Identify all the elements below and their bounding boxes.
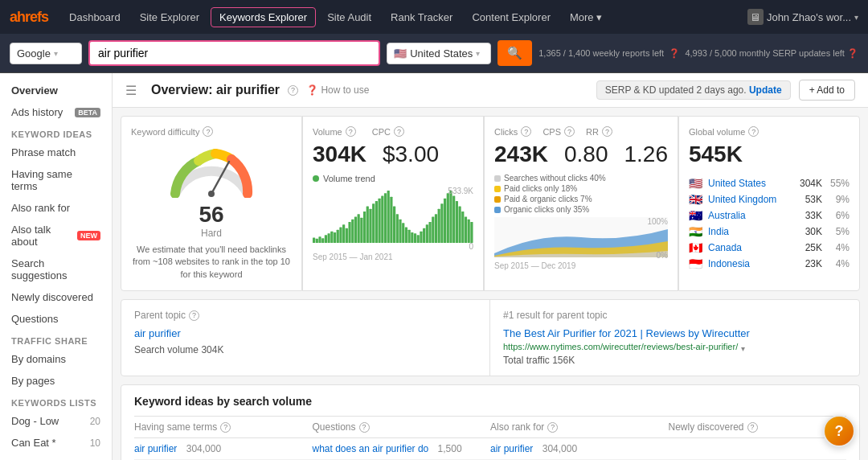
sidebar-item-search-suggestions[interactable]: Search suggestions <box>0 253 112 286</box>
parent-topic-help-icon[interactable]: ? <box>189 310 199 321</box>
parent-topic-title: Parent topic ? <box>134 310 477 321</box>
sidebar-item-by-domains[interactable]: By domains <box>0 348 112 370</box>
svg-rect-27 <box>387 191 390 243</box>
svg-rect-36 <box>414 233 416 243</box>
clicks-legend: Searches without clicks 40% Paid clicks … <box>494 174 668 214</box>
user-menu[interactable]: 🖥 John Zhao's wor... ▾ <box>747 9 858 25</box>
nav-rank-tracker[interactable]: Rank Tracker <box>383 8 461 27</box>
country-select[interactable]: 🇺🇸 United States ▾ <box>387 43 491 64</box>
cps-help-icon[interactable]: ? <box>564 126 575 137</box>
search-button[interactable]: 🔍 <box>497 40 532 66</box>
hamburger-icon[interactable]: ☰ <box>125 83 137 98</box>
ideas-link-0-1[interactable]: what does an air purifier do <box>313 443 429 454</box>
ideas-link-0-2[interactable]: air purifier <box>490 443 533 454</box>
sidebar-list-dog-low[interactable]: Dog - Low20 <box>0 410 112 432</box>
ideas-help-3[interactable]: ? <box>747 422 758 433</box>
sidebar-section-keywords-lists: Keywords lists <box>0 392 112 410</box>
sidebar: Overview Ads history BETA Keyword ideas … <box>0 73 113 460</box>
rr-help-icon[interactable]: ? <box>602 126 612 137</box>
page-title-help-icon[interactable]: ? <box>288 85 298 96</box>
ideas-help-0[interactable]: ? <box>220 422 231 433</box>
page-title: Overview: air purifier <box>151 83 280 97</box>
country-uk[interactable]: United Kingdom <box>708 194 788 205</box>
sidebar-item-overview[interactable]: Overview <box>0 80 112 101</box>
ideas-help-1[interactable]: ? <box>359 422 370 433</box>
sidebar-item-newly-discovered[interactable]: Newly discovered <box>0 286 112 308</box>
country-row-uk: 🇬🇧 United Kingdom 53K 9% <box>689 191 850 207</box>
svg-rect-29 <box>393 207 395 244</box>
nav-site-audit[interactable]: Site Audit <box>319 8 379 27</box>
svg-rect-51 <box>459 207 461 244</box>
gauge-wrap <box>131 142 292 198</box>
svg-rect-5 <box>321 238 324 243</box>
vol-dot <box>313 175 319 182</box>
ideas-help-2[interactable]: ? <box>547 422 558 433</box>
clicks-title-row: Clicks ? CPS ? RR ? <box>494 126 668 137</box>
country-au[interactable]: Australia <box>708 210 788 221</box>
engine-select[interactable]: Google ▾ <box>10 43 82 64</box>
svg-rect-38 <box>420 232 422 243</box>
svg-rect-53 <box>465 217 467 244</box>
logo: ahrefs <box>10 9 48 26</box>
svg-rect-48 <box>449 191 452 243</box>
svg-rect-7 <box>328 233 330 243</box>
gauge-label: 56 Hard <box>131 202 292 239</box>
nav-more[interactable]: More ▾ <box>562 8 610 27</box>
nav-content-explorer[interactable]: Content Explorer <box>464 8 559 27</box>
result-traffic: Total traffic 156K <box>503 355 846 366</box>
serp-status-badge: SERP & KD updated 2 days ago. Update <box>596 80 791 100</box>
clicks-date-range: Sep 2015 — Dec 2019 <box>494 261 668 270</box>
volume-legend: Volume trend <box>313 174 473 183</box>
volume-chart: 533.9K 0 <box>313 187 473 251</box>
country-in[interactable]: India <box>708 226 788 237</box>
ideas-col-header-1: Questions ? <box>313 417 491 438</box>
nav-dashboard[interactable]: Dashboard <box>61 8 129 27</box>
cpc-help-icon[interactable]: ? <box>394 126 404 137</box>
svg-rect-13 <box>346 228 348 243</box>
volume-help-icon[interactable]: ? <box>346 126 356 137</box>
svg-rect-24 <box>379 199 381 243</box>
add-to-button[interactable]: + Add to <box>799 80 855 101</box>
keyword-ideas-title: Keyword ideas by search volume <box>134 395 846 408</box>
svg-rect-3 <box>316 239 318 243</box>
sidebar-list-can-eat[interactable]: Can Eat *10 <box>0 432 112 454</box>
sidebar-list-cassie[interactable]: Cassie2 <box>0 454 112 460</box>
svg-rect-15 <box>351 220 354 243</box>
search-input[interactable] <box>88 40 380 66</box>
sidebar-item-questions[interactable]: Questions <box>0 308 112 330</box>
sidebar-item-phrase-match[interactable]: Phrase match <box>0 142 112 163</box>
country-id[interactable]: Indonesia <box>708 258 788 269</box>
country-row-us: 🇺🇸 United States 304K 55% <box>689 175 850 191</box>
clicks-help-icon[interactable]: ? <box>521 126 531 137</box>
sidebar-item-ads-history[interactable]: Ads history BETA <box>0 101 112 123</box>
result-link[interactable]: The Best Air Purifier for 2021 | Reviews… <box>503 327 846 339</box>
sidebar-item-having-same-terms[interactable]: Having same terms <box>0 163 112 197</box>
svg-rect-45 <box>440 203 443 243</box>
weekly-reports-meta: 1,365 / 1,400 weekly reports left ❓ 4,99… <box>538 48 858 59</box>
sidebar-item-also-talk-about[interactable]: Also talk about NEW <box>0 219 112 253</box>
sidebar-item-by-pages[interactable]: By pages <box>0 370 112 392</box>
ideas-cell-0-2: air purifier 304,000 <box>490 438 669 460</box>
svg-rect-50 <box>456 201 458 243</box>
dropdown-icon[interactable]: ▾ <box>741 344 745 353</box>
clicks-chart: 100% 0% <box>494 217 668 260</box>
svg-rect-28 <box>390 197 392 243</box>
nav-site-explorer[interactable]: Site Explorer <box>132 8 207 27</box>
ideas-link-0-0[interactable]: air purifier <box>134 443 177 454</box>
country-us[interactable]: United States <box>708 178 788 189</box>
help-bubble[interactable]: ? <box>823 415 855 447</box>
difficulty-help-icon[interactable]: ? <box>203 126 213 137</box>
us-flag: 🇺🇸 <box>689 179 703 188</box>
svg-rect-35 <box>411 232 413 243</box>
svg-rect-39 <box>423 228 425 243</box>
how-to-link[interactable]: ❓ How to use <box>306 84 369 96</box>
country-ca[interactable]: Canada <box>708 242 788 253</box>
svg-rect-8 <box>330 232 333 243</box>
parent-topic-keyword[interactable]: air purifier <box>134 327 181 339</box>
nav-keywords-explorer[interactable]: Keywords Explorer <box>211 7 316 27</box>
ideas-val-0-1: 1,500 <box>438 443 462 454</box>
update-link[interactable]: Update <box>749 84 782 96</box>
difficulty-desc: We estimate that you'll need backlinks f… <box>131 244 292 281</box>
global-volume-help-icon[interactable]: ? <box>748 126 759 137</box>
sidebar-item-also-rank-for[interactable]: Also rank for <box>0 197 112 219</box>
